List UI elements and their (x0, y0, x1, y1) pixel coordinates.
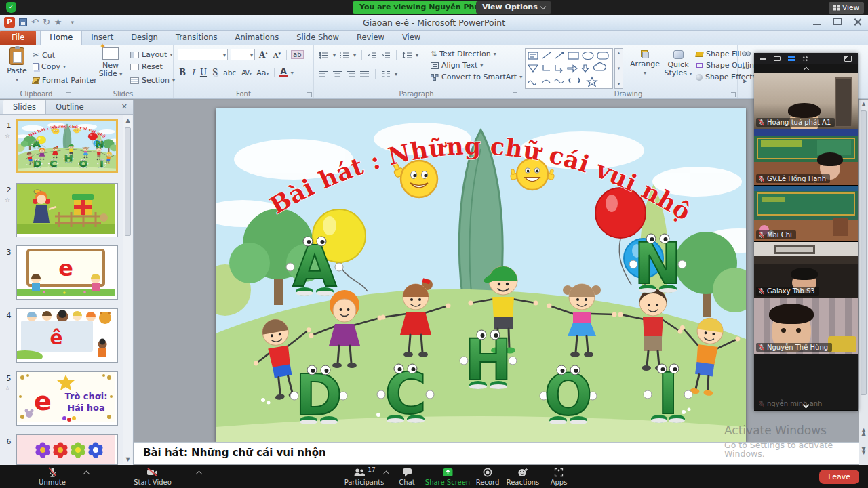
grid-view-icon[interactable] (802, 56, 808, 62)
find-button[interactable] (742, 50, 751, 56)
line-spacing-icon[interactable] (402, 52, 412, 59)
character-spacing-button[interactable]: AV▾ (240, 69, 252, 77)
collapse-strip[interactable] (754, 64, 858, 73)
bullets-icon[interactable] (319, 52, 329, 59)
view-button[interactable]: View (829, 2, 864, 14)
participants-button[interactable]: 17 Participants (336, 467, 393, 486)
close-button[interactable] (853, 18, 863, 26)
slide-scrollbar[interactable]: ▲ ▲▲ ▼▼ (859, 100, 868, 465)
video-tile[interactable]: GV.Lê Hồng Hạnh (754, 129, 858, 186)
exit-fullscreen-icon[interactable] (844, 56, 852, 62)
video-tile[interactable]: Galaxy Tab S3 (754, 242, 858, 298)
minimize-panel-icon[interactable] (760, 58, 766, 60)
video-tile[interactable]: Mai Chi (754, 186, 858, 242)
tab-design[interactable]: Design (122, 30, 167, 45)
align-center-icon[interactable] (333, 70, 342, 78)
tab-view[interactable]: View (393, 30, 429, 45)
numbering-icon[interactable] (340, 52, 349, 59)
columns-icon[interactable] (381, 70, 391, 78)
video-tile[interactable]: ngyễn minh anh (754, 354, 858, 410)
view-options-button[interactable]: View Options (476, 1, 551, 14)
decrease-indent-icon[interactable] (368, 52, 377, 59)
start-video-button[interactable]: Start Video (121, 467, 184, 486)
strikethrough-button[interactable]: abc (222, 68, 237, 77)
shrink-font-button[interactable]: A▾ (272, 50, 282, 59)
dialog-launcher-icon[interactable] (731, 92, 736, 97)
dialog-launcher-icon[interactable] (66, 92, 71, 97)
copy-button[interactable]: Copy▾ (33, 62, 66, 71)
new-slide-icon (102, 47, 119, 60)
tab-animations[interactable]: Animations (226, 30, 288, 45)
quick-styles-button[interactable]: QuickStyles ▾ (663, 50, 693, 78)
cut-button[interactable]: Cut (33, 50, 55, 60)
clear-formatting-button[interactable]: ab (291, 50, 303, 59)
paste-button[interactable]: Paste▾ (4, 47, 30, 84)
apps-button[interactable]: Apps (544, 467, 574, 486)
shadow-button[interactable]: S (211, 68, 219, 77)
align-text-button[interactable]: Align Text▾ (431, 61, 522, 70)
slide-thumbnail-4[interactable]: ê (16, 308, 118, 363)
reset-button[interactable]: Reset (130, 62, 163, 71)
record-button[interactable]: Record (469, 467, 506, 486)
font-color-button[interactable]: A (279, 68, 288, 77)
font-name-combobox[interactable]: ▾ (178, 49, 228, 60)
participant-name: Galaxy Tab S3 (767, 287, 815, 295)
tab-file[interactable]: File (0, 30, 36, 45)
text-direction-button[interactable]: ⇅Text Direction▾ (431, 49, 522, 58)
speaker-view-icon[interactable] (774, 56, 781, 61)
bold-button[interactable]: B (178, 68, 187, 77)
scroll-up-icon[interactable]: ▲ (859, 101, 868, 107)
slide-thumbnail-3[interactable]: e (16, 245, 118, 300)
reactions-button[interactable]: Reactions (503, 467, 542, 486)
new-slide-button[interactable]: NewSlide ▾ (96, 47, 125, 79)
section-button[interactable]: Section▾ (130, 76, 175, 85)
underline-button[interactable]: U (199, 68, 208, 77)
scrollbar-thumb[interactable] (861, 110, 867, 395)
layout-button[interactable]: Layout▾ (130, 50, 172, 59)
tab-review[interactable]: Review (348, 30, 393, 45)
slide-canvas[interactable] (216, 108, 746, 442)
video-tile[interactable]: Nguyễn Thế Hùng (754, 298, 858, 354)
leave-button[interactable]: Leave (819, 470, 859, 484)
replace-button[interactable]: ab (742, 64, 749, 70)
shapes-gallery-scroll[interactable]: ▴▾▾ (614, 48, 623, 89)
convert-smartart-button[interactable]: Convert to SmartArt▾ (431, 73, 522, 81)
arrange-button[interactable]: Arrange ▾ (628, 50, 662, 77)
panel-scrollbar[interactable]: ▲ ▼ (123, 115, 132, 464)
slide-thumbnail-2[interactable] (16, 183, 118, 237)
tab-slides-thumbnails[interactable]: Slides (3, 100, 46, 114)
increase-indent-icon[interactable] (381, 52, 391, 59)
tab-transitions[interactable]: Transitions (167, 30, 226, 45)
dialog-launcher-icon[interactable] (513, 92, 517, 97)
video-options-chevron[interactable] (196, 471, 203, 478)
font-size-combobox[interactable]: ▾ (231, 49, 255, 60)
scroll-down-icon[interactable]: ▼ (123, 456, 132, 462)
slide-thumbnail-5[interactable]: e Trò chơi: Hái hoa (16, 371, 118, 426)
chat-button[interactable]: Chat (392, 467, 422, 486)
share-screen-button[interactable]: Share Screen (422, 467, 473, 486)
dialog-launcher-icon[interactable] (307, 92, 312, 97)
tab-home[interactable]: Home (40, 30, 82, 45)
slide-thumbnail-1[interactable] (16, 119, 118, 173)
align-left-icon[interactable] (319, 70, 329, 78)
security-shield-icon[interactable]: ✓ (6, 2, 16, 13)
italic-button[interactable]: I (190, 68, 196, 77)
scrollbar-thumb[interactable] (125, 127, 131, 236)
grow-font-button[interactable]: A▴ (258, 49, 269, 60)
select-button[interactable]: ➤ (742, 77, 747, 85)
restore-button[interactable] (833, 18, 842, 26)
close-panel-icon[interactable]: ✕ (121, 102, 127, 111)
scroll-up-icon[interactable]: ▲ (123, 117, 132, 123)
shapes-gallery[interactable] (525, 48, 613, 89)
gallery-view-icon[interactable] (788, 56, 795, 61)
tab-slideshow[interactable]: Slide Show (288, 30, 348, 45)
minimize-button[interactable] (812, 18, 822, 26)
align-right-icon[interactable] (347, 70, 356, 78)
justify-icon[interactable] (360, 70, 370, 78)
tab-outline[interactable]: Outline (46, 100, 94, 114)
unmute-button[interactable]: Unmute (27, 467, 77, 486)
slide-thumbnail-6[interactable] (16, 434, 118, 465)
audio-options-chevron[interactable] (83, 471, 90, 478)
video-tile[interactable]: Hoàng tuả phát A1 (754, 73, 858, 129)
change-case-button[interactable]: Aa▾ (255, 68, 270, 77)
